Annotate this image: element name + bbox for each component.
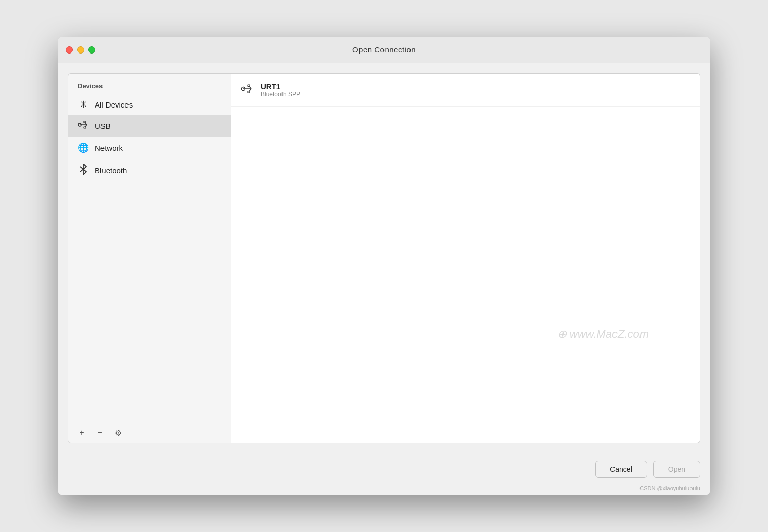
settings-button[interactable]: ⚙ <box>110 425 126 440</box>
svg-rect-11 <box>248 91 250 93</box>
bluetooth-icon <box>78 164 89 177</box>
sidebar-item-bluetooth[interactable]: Bluetooth <box>68 158 231 182</box>
watermark: ⊕ www.MacZ.com <box>557 328 649 341</box>
all-devices-icon: ✳ <box>78 99 89 110</box>
minimize-button[interactable] <box>77 46 84 54</box>
device-usb-icon <box>241 84 253 97</box>
sidebar-item-label-bluetooth: Bluetooth <box>95 166 127 175</box>
remove-button[interactable]: − <box>92 425 108 440</box>
content-area: Devices ✳ All Devices <box>58 63 710 454</box>
sidebar-item-all-devices[interactable]: ✳ All Devices <box>68 94 231 115</box>
sidebar-spacer <box>68 182 231 422</box>
sidebar-item-label-network: Network <box>95 144 123 152</box>
attribution: CSDN @xiaoyubulubulu <box>58 485 710 495</box>
sidebar-toolbar: + − ⚙ <box>68 422 231 443</box>
sidebar: Devices ✳ All Devices <box>68 73 231 443</box>
add-button[interactable]: + <box>73 425 90 440</box>
titlebar: Open Connection <box>58 37 710 63</box>
device-type-urt1: Bluetooth SPP <box>261 91 300 98</box>
open-button[interactable]: Open <box>653 461 700 478</box>
bottom-bar: Cancel Open <box>58 454 710 485</box>
maximize-button[interactable] <box>88 46 95 54</box>
sidebar-item-network[interactable]: 🌐 Network <box>68 137 231 158</box>
svg-rect-5 <box>84 127 86 128</box>
window-title: Open Connection <box>352 45 416 54</box>
device-item-urt1[interactable]: URT1 Bluetooth SPP <box>231 74 700 107</box>
close-button[interactable] <box>66 46 73 54</box>
sidebar-item-label-usb: USB <box>95 122 111 130</box>
network-icon: 🌐 <box>78 142 89 153</box>
sidebar-section-label: Devices <box>68 74 231 94</box>
svg-rect-4 <box>84 121 86 123</box>
device-info-urt1: URT1 Bluetooth SPP <box>261 82 300 98</box>
main-panel: URT1 Bluetooth SPP ⊕ www.MacZ.com <box>231 73 700 443</box>
cancel-button[interactable]: Cancel <box>595 461 647 478</box>
open-connection-window: Open Connection Devices ✳ All Devices <box>58 37 710 495</box>
device-name-urt1: URT1 <box>261 82 300 91</box>
usb-icon <box>78 120 89 132</box>
traffic-lights <box>66 46 95 54</box>
sidebar-item-label-all-devices: All Devices <box>95 100 133 109</box>
sidebar-item-usb[interactable]: USB <box>68 115 231 137</box>
svg-rect-10 <box>248 85 250 87</box>
